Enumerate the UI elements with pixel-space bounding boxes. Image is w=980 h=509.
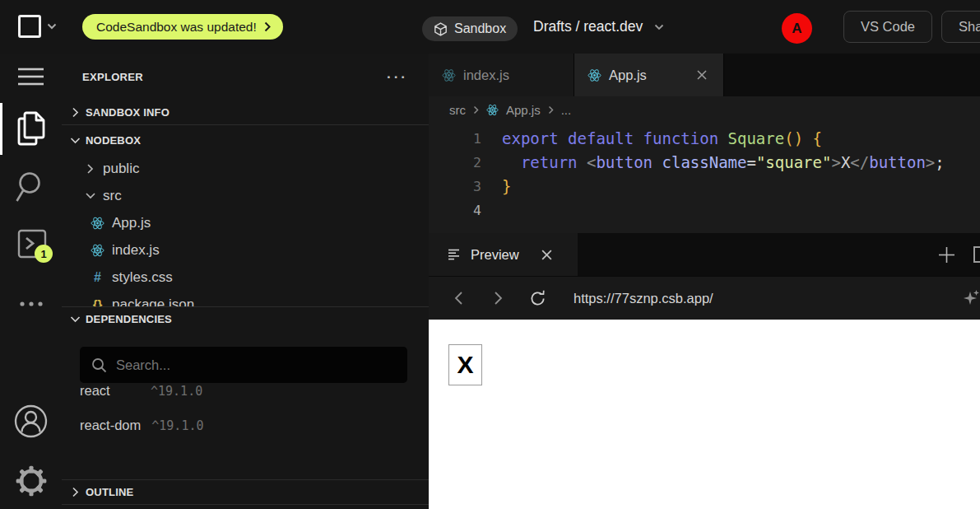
project-breadcrumb[interactable]: Drafts / react.dev <box>533 0 664 54</box>
vscode-button[interactable]: VS Code <box>843 11 932 43</box>
preview-list-icon <box>448 249 462 260</box>
activity-bar: 1 <box>0 54 62 509</box>
preview-actions <box>938 233 980 276</box>
top-bar: CodeSandbox was updated! Sandbox Drafts … <box>0 0 980 54</box>
dependency-row-react-dom[interactable]: react-dom ^19.1.0 <box>62 418 429 436</box>
close-icon[interactable] <box>538 246 555 264</box>
code-line: 3 } <box>429 175 980 198</box>
chevron-right-icon <box>67 107 83 118</box>
account-icon[interactable] <box>14 404 48 438</box>
explorer-panel: EXPLORER ··· SANDBOX INFO NODEBOX public <box>62 54 429 509</box>
react-file-icon <box>91 216 105 231</box>
explorer-more-icon[interactable]: ··· <box>387 73 408 82</box>
explorer-files-icon[interactable] <box>15 110 48 147</box>
tab-index-js[interactable]: index.js <box>429 54 574 96</box>
tree-item-label: styles.css <box>112 269 173 286</box>
sandbox-badge-label: Sandbox <box>454 21 506 36</box>
react-file-icon <box>486 104 499 116</box>
dependency-name: react-dom <box>80 418 141 433</box>
share-button[interactable]: Share <box>941 11 980 43</box>
avatar[interactable]: A <box>782 13 812 44</box>
react-file-icon <box>442 68 456 82</box>
editor-breadcrumb: src App.js ... <box>429 96 980 124</box>
divider <box>62 504 429 505</box>
workspace-chevron-down-icon[interactable] <box>47 23 57 30</box>
more-actions-icon[interactable] <box>19 301 44 307</box>
tree-item-src[interactable]: src <box>62 182 429 209</box>
close-icon[interactable] <box>694 67 710 83</box>
forward-icon[interactable] <box>478 291 518 306</box>
chevron-right-icon <box>264 21 271 32</box>
chevron-down-icon <box>654 24 664 30</box>
codesandbox-logo-icon[interactable] <box>18 15 41 38</box>
tab-app-js[interactable]: App.js <box>574 54 724 96</box>
code-line: 2 return <button className="square">X</b… <box>429 151 980 175</box>
explorer-header: EXPLORER ··· <box>62 54 429 91</box>
section-sandbox-info[interactable]: SANDBOX INFO <box>62 100 429 124</box>
tree-item-label: App.js <box>112 215 151 231</box>
active-view-indicator <box>0 103 2 155</box>
back-icon[interactable] <box>439 291 478 306</box>
preview-viewport: X <box>429 320 980 509</box>
tree-item-index-js[interactable]: index.js <box>62 236 429 264</box>
code-line: 4 <box>429 198 980 222</box>
chevron-down-icon <box>83 192 97 199</box>
search-icon <box>91 357 107 373</box>
preview-url[interactable]: https://77sznp.csb.app/ <box>574 291 713 306</box>
tree-item-app-js[interactable]: App.js <box>62 209 429 236</box>
tab-label: index.js <box>463 68 509 83</box>
add-pane-icon[interactable] <box>938 246 955 264</box>
breadcrumb-file[interactable]: App.js <box>506 103 541 117</box>
update-banner[interactable]: CodeSandbox was updated! <box>82 14 283 40</box>
square-x-button[interactable]: X <box>448 344 482 385</box>
vscode-button-label: VS Code <box>861 19 915 35</box>
layout-icon[interactable] <box>973 246 980 263</box>
section-outline-label: OUTLINE <box>86 486 133 498</box>
editor-column: index.js App.js src App.js ... 1 export … <box>429 54 980 509</box>
tab-label: App.js <box>609 68 647 83</box>
editor-tab-bar: index.js App.js <box>429 54 980 96</box>
tree-item-styles-css[interactable]: # styles.css <box>62 264 429 291</box>
search-icon[interactable] <box>16 170 47 203</box>
code-line: 1 export default function Square() { <box>429 127 980 151</box>
line-number: 1 <box>429 127 481 151</box>
section-dependencies-label: DEPENDENCIES <box>86 313 172 325</box>
menu-hamburger-icon[interactable] <box>18 68 44 86</box>
tree-item-public[interactable]: public <box>62 155 429 182</box>
share-button-label: Share <box>959 19 980 35</box>
refresh-icon[interactable] <box>518 290 557 307</box>
section-nodebox[interactable]: NODEBOX <box>62 128 429 152</box>
line-number: 3 <box>429 175 481 198</box>
line-number-active: 4 <box>429 198 481 222</box>
sparkle-icon[interactable] <box>964 288 980 308</box>
line-number: 2 <box>429 151 481 175</box>
chevron-right-icon <box>548 105 554 114</box>
square-button-label: X <box>457 351 473 379</box>
preview-tab-bar: Preview <box>429 233 980 276</box>
divider <box>62 124 429 125</box>
css-file-icon: # <box>91 270 105 285</box>
react-file-icon <box>91 243 105 258</box>
code-text: } <box>481 175 511 198</box>
sandbox-type-badge[interactable]: Sandbox <box>422 16 518 41</box>
chevron-right-icon <box>67 487 83 497</box>
dependency-row-react[interactable]: react ^19.1.0 <box>62 383 429 401</box>
avatar-initial: A <box>792 21 801 37</box>
code-editor[interactable]: 1 export default function Square() { 2 r… <box>429 124 980 233</box>
breadcrumb-folder[interactable]: src <box>449 103 466 117</box>
section-dependencies[interactable]: DEPENDENCIES <box>62 307 429 330</box>
tree-item-label: src <box>103 188 122 204</box>
dependency-search-input[interactable] <box>116 357 396 373</box>
tree-item-label: index.js <box>112 242 160 259</box>
dependency-version: ^19.1.0 <box>151 418 203 433</box>
section-outline[interactable]: OUTLINE <box>62 480 429 504</box>
terminal-badge-count: 1 <box>40 248 46 260</box>
section-sandbox-info-label: SANDBOX INFO <box>86 106 170 119</box>
breadcrumb-symbol-more[interactable]: ... <box>561 103 572 117</box>
tab-preview[interactable]: Preview <box>429 233 578 276</box>
settings-gear-icon[interactable] <box>16 465 47 497</box>
terminal-count-badge: 1 <box>35 245 53 263</box>
update-banner-label: CodeSandbox was updated! <box>96 20 257 35</box>
outline-section: OUTLINE <box>62 479 429 505</box>
chevron-down-icon <box>67 137 83 144</box>
